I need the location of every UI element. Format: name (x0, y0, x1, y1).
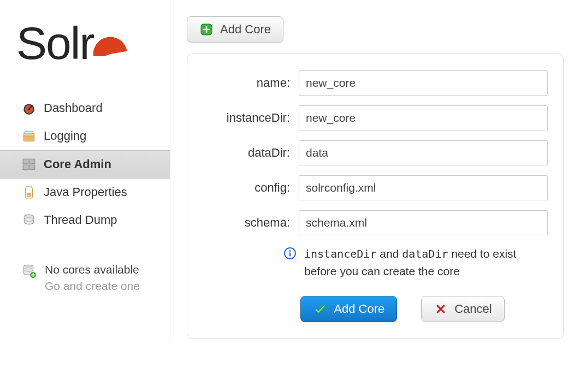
instancedir-label: instanceDir: (203, 111, 290, 125)
button-label: Add Core (334, 302, 384, 316)
svg-point-2 (28, 108, 29, 110)
info-code-datadir: dataDir (402, 247, 448, 260)
check-icon (313, 302, 327, 316)
database-add-icon (22, 264, 36, 278)
cancel-button[interactable]: Cancel (421, 296, 504, 322)
schema-label: schema: (203, 216, 290, 230)
thread-dump-icon (22, 213, 36, 227)
nav-java-properties[interactable]: Java Properties (0, 179, 170, 206)
info-code-instancedir: instanceDir (304, 247, 376, 260)
nav-label: Logging (44, 129, 86, 143)
nav-thread-dump[interactable]: Thread Dump (0, 206, 170, 234)
name-label: name: (203, 76, 290, 90)
core-status: No cores available Go and create one (0, 251, 170, 295)
nav-logging[interactable]: Logging (0, 122, 170, 150)
svg-point-11 (28, 194, 29, 195)
svg-rect-20 (289, 253, 291, 257)
svg-rect-5 (25, 131, 33, 133)
logo-text: Solr (16, 17, 93, 70)
add-core-panel: name: instanceDir: dataDir: config: sche… (187, 54, 564, 339)
instancedir-input[interactable] (299, 105, 548, 130)
solr-sun-icon (89, 14, 132, 56)
sidebar: Solr Dashboard (0, 0, 170, 339)
main-content: Add Core name: instanceDir: dataDir: con… (170, 0, 580, 339)
add-core-toolbar-button[interactable]: Add Core (187, 16, 283, 43)
core-admin-icon (22, 157, 36, 171)
svg-rect-6 (23, 159, 28, 164)
datadir-label: dataDir: (203, 146, 290, 160)
plus-icon (199, 22, 214, 37)
button-label: Cancel (454, 302, 492, 316)
dashboard-icon (22, 101, 36, 115)
nav-core-admin[interactable]: Core Admin (0, 150, 170, 179)
schema-input[interactable] (299, 210, 548, 235)
java-properties-icon (22, 185, 36, 199)
svg-point-19 (289, 250, 291, 252)
info-icon (283, 246, 297, 260)
config-input[interactable] (299, 175, 548, 200)
svg-rect-9 (29, 165, 35, 170)
config-label: config: (203, 181, 290, 195)
info-text: instanceDir and dataDir need to exist be… (304, 245, 548, 280)
add-core-submit-button[interactable]: Add Core (300, 296, 397, 322)
button-label: Add Core (220, 22, 271, 37)
core-status-sub: Go and create one (45, 278, 140, 294)
core-status-title: No cores available (45, 262, 140, 278)
name-input[interactable] (299, 70, 548, 96)
solr-logo: Solr (0, 14, 170, 73)
svg-rect-8 (23, 165, 28, 170)
nav-label: Core Admin (44, 157, 111, 171)
datadir-input[interactable] (299, 140, 548, 165)
nav-label: Thread Dump (44, 213, 117, 227)
svg-rect-7 (29, 159, 35, 164)
nav-label: Java Properties (44, 185, 127, 199)
nav-dashboard[interactable]: Dashboard (0, 94, 170, 122)
svg-rect-3 (23, 135, 34, 141)
nav-label: Dashboard (44, 101, 103, 115)
main-nav: Dashboard Logging Core Admin Java Proper… (0, 94, 170, 234)
logging-icon (22, 129, 36, 143)
close-icon (434, 302, 448, 316)
